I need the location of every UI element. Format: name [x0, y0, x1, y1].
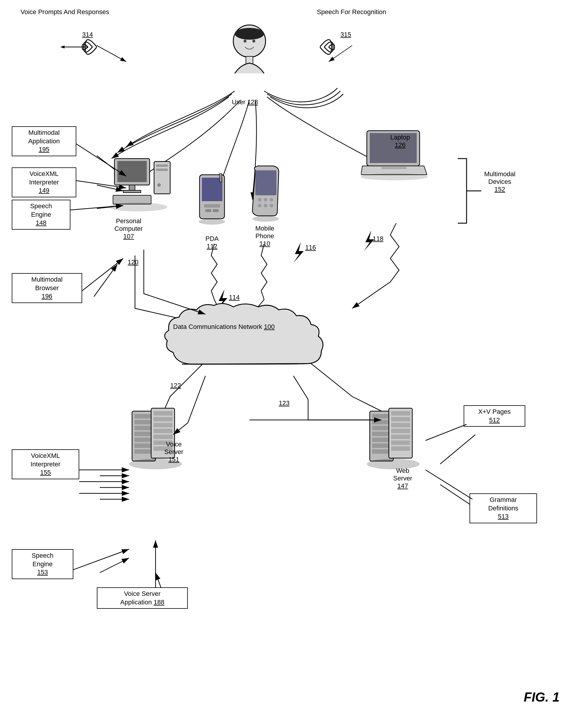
mobile-phone-label: Mobile Phone 110: [255, 225, 274, 248]
mobile-phone-icon: [246, 165, 285, 223]
pc-label: Personal Computer 107: [114, 217, 143, 240]
network-cloud-icon: [158, 300, 358, 376]
svg-point-33: [252, 216, 279, 222]
svg-point-6: [244, 40, 246, 43]
svg-point-25: [199, 219, 225, 225]
svg-rect-26: [255, 170, 276, 195]
svg-rect-57: [372, 420, 391, 424]
svg-rect-15: [156, 169, 168, 171]
svg-point-37: [361, 173, 428, 180]
ref-123: 123: [279, 399, 290, 407]
lightning-116-icon: [291, 241, 308, 264]
diagram-container: Voice Prompts And Responses Speech For R…: [0, 0, 586, 728]
svg-rect-48: [154, 417, 172, 421]
svg-rect-36: [381, 167, 406, 169]
web-server-label: Web Server 147: [393, 467, 412, 490]
svg-rect-70: [391, 446, 410, 451]
svg-rect-40: [134, 420, 154, 424]
svg-point-28: [264, 198, 267, 201]
svg-point-16: [157, 183, 161, 187]
pc-icon: [109, 156, 173, 215]
svg-rect-69: [391, 441, 410, 445]
svg-line-80: [73, 549, 129, 570]
svg-rect-21: [204, 204, 220, 208]
svg-rect-39: [134, 414, 154, 419]
svg-rect-22: [206, 209, 211, 212]
svg-rect-12: [123, 190, 141, 193]
voice-prompts-label: Voice Prompts And Responses: [21, 8, 109, 16]
svg-rect-43: [134, 437, 154, 442]
svg-rect-23: [213, 209, 219, 212]
svg-rect-45: [134, 449, 154, 454]
svg-rect-41: [134, 426, 154, 430]
user-figure-icon: [223, 24, 276, 97]
svg-rect-66: [391, 423, 410, 427]
svg-rect-49: [154, 423, 172, 427]
multimodal-app-box: Multimodal Application 195: [12, 126, 76, 156]
svg-rect-24: [219, 173, 222, 182]
svg-rect-61: [372, 444, 391, 448]
svg-point-5: [235, 28, 264, 40]
pda-label: PDA 112: [206, 235, 219, 250]
ref-120: 120: [128, 258, 138, 266]
svg-point-32: [270, 204, 273, 207]
svg-rect-50: [154, 429, 172, 433]
laptop-label: Laptop 126: [390, 134, 410, 149]
svg-rect-10: [117, 161, 147, 182]
svg-rect-64: [391, 411, 410, 416]
svg-point-30: [258, 204, 262, 207]
svg-point-18: [109, 203, 167, 211]
voicexml-interp-top-box: VoiceXML Interpreter 149: [12, 168, 76, 197]
voicexml-interp-bottom-box: VoiceXML Interpreter 155: [12, 449, 79, 479]
svg-line-75: [82, 258, 123, 291]
svg-rect-59: [372, 432, 391, 436]
svg-point-31: [264, 204, 267, 207]
svg-point-7: [252, 40, 255, 43]
pda-icon: [194, 173, 232, 235]
ref-122: 122: [170, 382, 181, 390]
svg-line-82: [425, 424, 467, 441]
svg-marker-3: [60, 46, 64, 48]
svg-rect-65: [391, 417, 410, 421]
multimodal-devices-label: Multimodal Devices 152: [484, 170, 515, 193]
svg-rect-42: [134, 432, 154, 436]
svg-rect-62: [372, 449, 391, 454]
speech-engine-bottom-box: Speech Engine 153: [12, 549, 73, 579]
svg-rect-14: [156, 165, 168, 167]
svg-rect-8: [246, 56, 253, 64]
svg-rect-56: [372, 414, 391, 419]
svg-rect-58: [372, 426, 391, 430]
svg-rect-60: [372, 437, 391, 442]
lightning-118-icon: [361, 229, 378, 253]
grammar-defs-box: Grammar Definitions 513: [470, 493, 537, 523]
svg-point-29: [270, 198, 273, 201]
voice-server-app-box: Voice Server Application 188: [97, 587, 188, 609]
web-server-icon: [367, 405, 425, 508]
svg-rect-51: [154, 435, 172, 439]
multimodal-browser-box: Multimodal Browser 196: [12, 273, 82, 303]
user-label: User 128: [232, 98, 258, 106]
speech-recognition-label: Speech For Recognition: [317, 8, 386, 16]
voice-waves-right-icon: [320, 29, 358, 65]
svg-rect-67: [391, 429, 410, 433]
svg-rect-68: [391, 435, 410, 439]
svg-line-83: [425, 470, 473, 499]
speech-engine-top-box: Speech Engine 148: [12, 200, 71, 230]
voice-waves-left-icon: [59, 29, 97, 65]
svg-rect-44: [134, 444, 154, 448]
xv-pages-box: X+V Pages 512: [464, 405, 525, 427]
svg-rect-47: [154, 411, 172, 416]
svg-point-27: [258, 198, 262, 201]
voice-server-label: Voice Server 151: [164, 441, 183, 463]
network-label: Data Communications Network 100: [173, 323, 275, 331]
fig-label: FIG. 1: [524, 690, 560, 704]
